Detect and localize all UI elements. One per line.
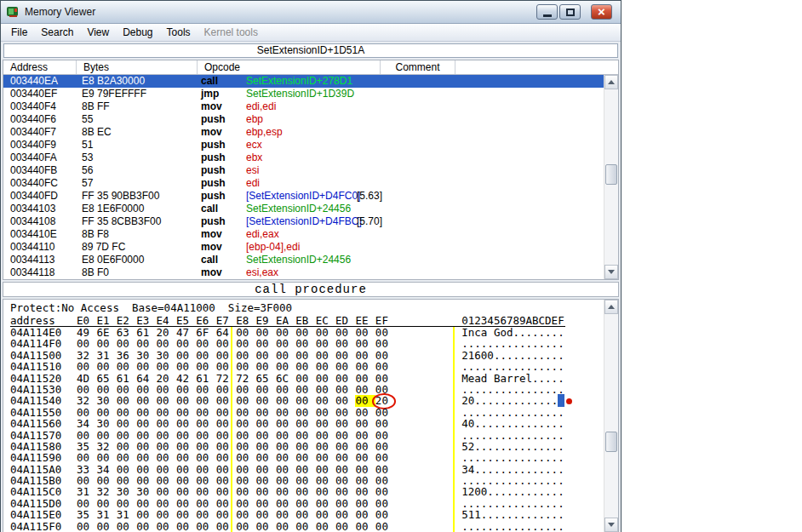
- mem-byte[interactable]: 00: [375, 464, 395, 475]
- mem-byte[interactable]: 00: [316, 327, 335, 338]
- mem-byte[interactable]: 00: [196, 350, 215, 361]
- mem-byte[interactable]: 00: [295, 430, 315, 441]
- mem-byte[interactable]: 00: [157, 338, 176, 349]
- mem-byte[interactable]: 00: [176, 498, 196, 509]
- mem-byte[interactable]: 00: [355, 475, 375, 486]
- mem-byte[interactable]: 00: [236, 338, 255, 349]
- mem-byte[interactable]: 00: [117, 430, 136, 441]
- mem-byte[interactable]: 00: [375, 452, 395, 463]
- mem-byte[interactable]: 72: [216, 373, 236, 384]
- mem-byte[interactable]: 00: [117, 441, 136, 452]
- mem-byte[interactable]: 00: [216, 384, 236, 395]
- mem-byte[interactable]: 00: [236, 430, 255, 441]
- mem-byte[interactable]: 00: [196, 407, 215, 418]
- mem-byte[interactable]: 64: [216, 327, 236, 338]
- menu-tools[interactable]: Tools: [160, 25, 198, 40]
- mem-byte[interactable]: 00: [236, 441, 255, 452]
- mem-byte[interactable]: 00: [176, 430, 196, 441]
- mem-byte[interactable]: 00: [276, 509, 295, 520]
- mem-byte[interactable]: 00: [335, 486, 355, 497]
- mem-byte[interactable]: 00: [136, 464, 156, 475]
- mem-byte[interactable]: 00: [276, 486, 295, 497]
- mem-byte[interactable]: 00: [375, 384, 395, 395]
- mem-byte[interactable]: 00: [276, 464, 295, 475]
- mem-byte[interactable]: 00: [276, 361, 295, 372]
- mem-byte[interactable]: 00: [236, 521, 255, 532]
- mem-byte[interactable]: 00: [136, 407, 156, 418]
- mem-byte[interactable]: 00: [136, 441, 156, 452]
- mem-byte[interactable]: 00: [117, 361, 136, 372]
- mem-byte[interactable]: 00: [335, 441, 355, 452]
- mem-byte[interactable]: 00: [236, 452, 255, 463]
- mem-byte[interactable]: 00: [316, 441, 335, 452]
- mem-byte[interactable]: 00: [236, 407, 255, 418]
- mem-byte[interactable]: 00: [157, 486, 176, 497]
- mem-byte[interactable]: 00: [176, 452, 196, 463]
- mem-byte[interactable]: 00: [236, 486, 255, 497]
- mem-byte[interactable]: 00: [316, 338, 335, 349]
- mem-byte[interactable]: 35: [77, 441, 96, 452]
- menu-search[interactable]: Search: [34, 25, 80, 40]
- mem-byte[interactable]: 00: [216, 430, 236, 441]
- mem-byte[interactable]: 00: [196, 486, 215, 497]
- mem-byte[interactable]: 00: [196, 338, 215, 349]
- disasm-scrollbar[interactable]: [604, 75, 618, 279]
- mem-byte[interactable]: 00: [236, 475, 255, 486]
- mem-byte[interactable]: 00: [375, 373, 395, 384]
- mem-byte[interactable]: 00: [355, 327, 375, 338]
- mem-byte[interactable]: 00: [176, 475, 196, 486]
- memory-scrollbar[interactable]: [604, 300, 618, 532]
- mem-byte[interactable]: 00: [335, 395, 355, 406]
- mem-byte[interactable]: 32: [77, 395, 96, 406]
- mem-byte[interactable]: 00: [77, 384, 96, 395]
- mem-byte[interactable]: 00: [136, 498, 156, 509]
- mem-byte[interactable]: 00: [355, 430, 375, 441]
- mem-byte[interactable]: 00: [256, 441, 276, 452]
- mem-byte[interactable]: 00: [256, 418, 276, 429]
- mem-byte[interactable]: 00: [196, 498, 215, 509]
- disasm-row[interactable]: 003440EFE9 79FEFFFFjmpSetExtensionID+1D3…: [3, 88, 604, 100]
- disasm-row[interactable]: 003441188B F0movesi,eax: [3, 266, 604, 279]
- mem-byte[interactable]: 00: [355, 441, 375, 452]
- disasm-row[interactable]: 003440F951pushecx: [3, 139, 604, 152]
- mem-byte[interactable]: 00: [316, 521, 335, 532]
- mem-byte[interactable]: 00: [316, 498, 335, 509]
- mem-byte[interactable]: 00: [96, 430, 116, 441]
- disasm-row[interactable]: 003440FB56pushesi: [3, 164, 604, 177]
- mem-byte[interactable]: 00: [77, 430, 96, 441]
- mem-byte[interactable]: 00: [316, 395, 335, 406]
- disasm-row[interactable]: 003440F48B FFmovedi,edi: [3, 100, 604, 113]
- scroll-up-button[interactable]: [604, 75, 618, 89]
- mem-byte[interactable]: 00: [276, 395, 295, 406]
- mem-byte[interactable]: 65: [96, 373, 116, 384]
- mem-byte[interactable]: 31: [117, 509, 136, 520]
- mem-byte[interactable]: 32: [96, 441, 116, 452]
- mem-byte[interactable]: 35: [77, 509, 96, 520]
- mem-byte[interactable]: 36: [117, 350, 136, 361]
- mem-byte[interactable]: 00: [256, 430, 276, 441]
- mem-byte[interactable]: 00: [295, 350, 315, 361]
- mem-byte[interactable]: 00: [136, 395, 156, 406]
- menu-kernel-tools[interactable]: Kernel tools: [198, 25, 265, 40]
- mem-byte[interactable]: 00: [375, 486, 395, 497]
- mem-byte[interactable]: 00: [96, 498, 116, 509]
- mem-byte[interactable]: 00: [157, 384, 176, 395]
- mem-byte[interactable]: 00: [295, 452, 315, 463]
- mem-byte[interactable]: 00: [256, 338, 276, 349]
- mem-byte[interactable]: 32: [96, 486, 116, 497]
- mem-byte[interactable]: 00: [295, 441, 315, 452]
- mem-byte[interactable]: 00: [176, 338, 196, 349]
- mem-byte[interactable]: 00: [96, 407, 116, 418]
- mem-byte[interactable]: 42: [176, 373, 196, 384]
- mem-byte[interactable]: 00: [335, 430, 355, 441]
- mem-byte[interactable]: 00: [276, 475, 295, 486]
- mem-byte[interactable]: 00: [216, 521, 236, 532]
- mem-byte[interactable]: 00: [276, 338, 295, 349]
- mem-byte[interactable]: 00: [96, 521, 116, 532]
- mem-byte[interactable]: 00: [316, 464, 335, 475]
- mem-byte[interactable]: 72: [236, 373, 255, 384]
- mem-byte[interactable]: 00: [256, 452, 276, 463]
- mem-byte[interactable]: 00: [136, 361, 156, 372]
- mem-byte[interactable]: 00: [276, 327, 295, 338]
- mem-byte[interactable]: 00: [316, 475, 335, 486]
